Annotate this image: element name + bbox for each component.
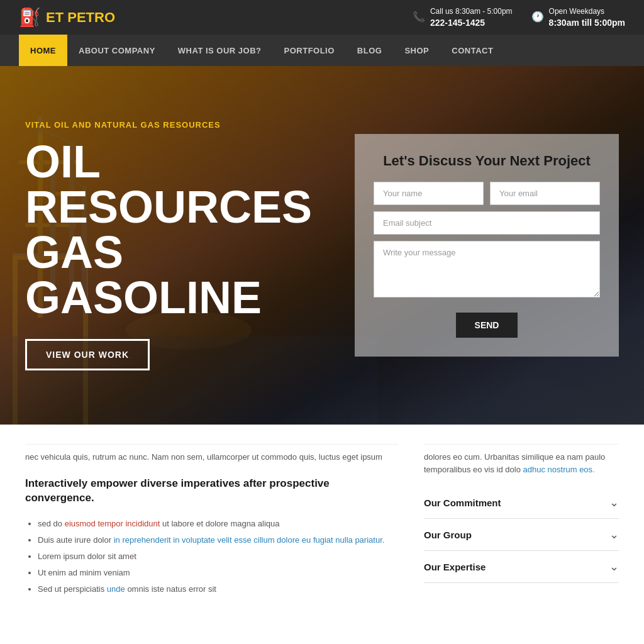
list-item: Lorem ipsum dolor sit amet: [38, 548, 399, 565]
form-name-email-row: [374, 182, 600, 205]
logo-suffix: PETRO: [67, 9, 115, 25]
nav-home[interactable]: HOME: [19, 35, 67, 66]
email-input[interactable]: [490, 182, 600, 205]
list-item: sed do eiusmod tempor incididunt ut labo…: [38, 516, 399, 532]
accordion-commitment[interactable]: Our Commitment ⌄: [424, 487, 619, 519]
accordion-label-group: Our Group: [424, 530, 472, 540]
form-title: Let's Discuss Your Next Project: [374, 153, 600, 169]
chevron-down-icon-commitment: ⌄: [609, 496, 619, 509]
nav-contact[interactable]: CONTACT: [440, 35, 504, 66]
hero-title: OIL RESOURCES GAS GASOLINE: [25, 139, 330, 320]
hero-title-line3: GAS: [25, 227, 123, 277]
accordion-label-expertise: Our Expertise: [424, 562, 486, 572]
lower-section: nec vehicula quis, rutrum ac nunc. Nam n…: [0, 425, 644, 623]
truncated-left-text: nec vehicula quis, rutrum ac nunc. Nam n…: [25, 451, 399, 464]
accordion: Our Commitment ⌄ Our Group ⌄ Our Experti…: [424, 487, 619, 583]
hero-title-line2: RESOURCES: [25, 182, 312, 232]
form-subject-row: [374, 211, 600, 235]
hours-info: 🕐 Open Weekdays 8:30am till 5:00pm: [531, 6, 625, 30]
hero-title-line4: GASOLINE: [25, 272, 262, 323]
logo-prefix: ET: [46, 9, 67, 25]
hours-value: 8:30am till 5:00pm: [549, 17, 625, 30]
nav-portfolio[interactable]: PORTFOLIO: [273, 35, 346, 66]
lower-main-heading: Interactively empower diverse imperative…: [25, 476, 399, 506]
top-bar: ⛽ ET PETRO 📞 Call us 8:30am - 5:00pm 222…: [0, 0, 644, 35]
phone-icon: 📞: [413, 10, 425, 24]
list-item: Duis aute irure dolor in reprehenderit i…: [38, 532, 399, 548]
lower-right-col: dolores eo cum. Urbanitas similique ea n…: [424, 444, 619, 597]
truncated-right-text: dolores eo cum. Urbanitas similique ea n…: [424, 451, 619, 475]
list-item: Sed ut perspiciatis unde omnis iste natu…: [38, 581, 399, 597]
name-input[interactable]: [374, 182, 484, 205]
accordion-label-commitment: Our Commitment: [424, 497, 501, 508]
list-item: Ut enim ad minim veniam: [38, 565, 399, 581]
accordion-group[interactable]: Our Group ⌄: [424, 519, 619, 551]
chevron-down-icon-expertise: ⌄: [609, 560, 619, 574]
subject-input[interactable]: [374, 211, 600, 235]
phone-label: Call us 8:30am - 5:00pm: [430, 7, 513, 16]
phone-number: 222-145-1425: [430, 17, 513, 30]
logo-icon: ⛽: [19, 7, 41, 28]
hours-label: Open Weekdays: [549, 7, 605, 16]
nav-shop[interactable]: SHOP: [393, 35, 440, 66]
lower-left-col: nec vehicula quis, rutrum ac nunc. Nam n…: [25, 444, 399, 597]
chevron-down-icon-group: ⌄: [609, 528, 619, 541]
view-work-button[interactable]: VIEW OUR WORK: [25, 339, 150, 370]
right-link[interactable]: adhuc nostrum eos.: [523, 465, 595, 474]
clock-icon: 🕐: [531, 10, 544, 24]
message-textarea[interactable]: [374, 241, 600, 297]
hero-subtitle: VITAL OIL AND NATURAL GAS RESOURCES: [25, 120, 330, 130]
nav-bar: HOME ABOUT COMPANY WHAT IS OUR JOB? PORT…: [0, 35, 644, 66]
nav-about[interactable]: ABOUT COMPANY: [67, 35, 167, 66]
contact-info: 📞 Call us 8:30am - 5:00pm 222-145-1425 🕐…: [413, 6, 625, 30]
contact-form-panel: Let's Discuss Your Next Project Send: [355, 134, 619, 357]
logo-text: ET PETRO: [46, 9, 115, 26]
phone-info: 📞 Call us 8:30am - 5:00pm 222-145-1425: [413, 6, 513, 30]
accordion-expertise[interactable]: Our Expertise ⌄: [424, 551, 619, 583]
nav-job[interactable]: WHAT IS OUR JOB?: [167, 35, 273, 66]
hero-section: VITAL OIL AND NATURAL GAS RESOURCES OIL …: [0, 66, 644, 425]
send-button[interactable]: Send: [456, 313, 518, 338]
hero-text-area: VITAL OIL AND NATURAL GAS RESOURCES OIL …: [0, 120, 355, 370]
lower-list: sed do eiusmod tempor incididunt ut labo…: [25, 516, 399, 597]
nav-blog[interactable]: BLOG: [346, 35, 394, 66]
logo: ⛽ ET PETRO: [19, 7, 115, 28]
hero-title-line1: OIL: [25, 136, 101, 187]
